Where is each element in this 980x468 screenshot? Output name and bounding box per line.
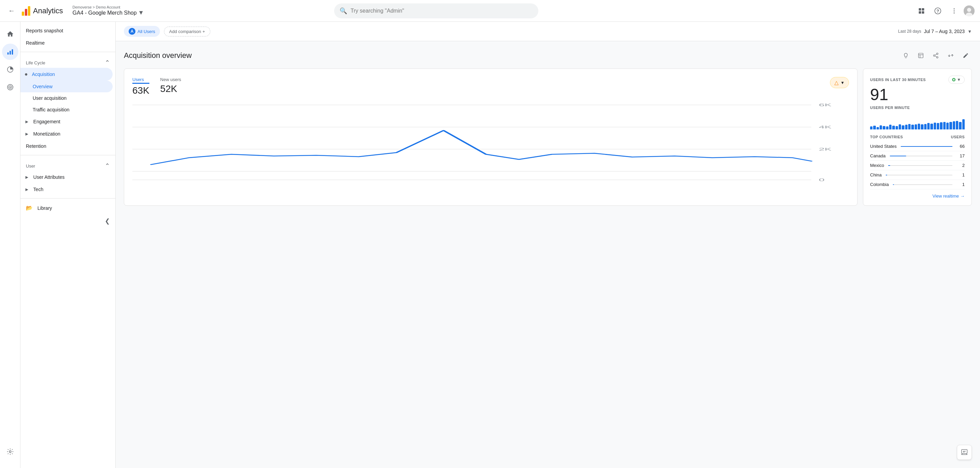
sidebar-collapse-icon: ❮: [105, 217, 110, 225]
bullet-icon: ●: [24, 71, 28, 77]
reports-icon-button[interactable]: [2, 61, 18, 78]
mini-bar-item: [943, 122, 946, 130]
warning-icon: △: [834, 79, 838, 86]
search-input[interactable]: [350, 8, 533, 14]
traffic-acquisition-label: Traffic acquisition: [33, 107, 69, 112]
svg-line-27: [935, 54, 937, 55]
mini-bar-item: [918, 124, 920, 130]
sidebar-divider-2: [21, 155, 115, 155]
sidebar-item-acquisition[interactable]: ● Acquisition: [21, 68, 113, 81]
user-acquisition-label: User acquisition: [33, 95, 67, 101]
country-users-us: 66: [956, 144, 965, 149]
mini-bar-item: [962, 119, 965, 129]
realtime-label: USERS IN LAST 30 MINUTES: [870, 78, 926, 82]
country-row-us: United States 66: [870, 142, 965, 151]
avatar[interactable]: [964, 5, 975, 16]
realtime-status[interactable]: ▼: [948, 76, 965, 84]
svg-point-24: [933, 55, 935, 56]
country-users-mx: 2: [956, 163, 965, 168]
library-label: Library: [37, 205, 52, 211]
sidebar-item-user-acquisition[interactable]: User acquisition: [21, 92, 113, 104]
share-icon: [933, 53, 939, 59]
grid-icon-button[interactable]: [915, 4, 928, 18]
line-chart-svg: 6K 4K 2K 0 09 Jul 16 23 30: [132, 102, 849, 183]
sidebar-collapse-button[interactable]: ❮: [21, 215, 115, 228]
view-realtime-link[interactable]: View realtime →: [870, 193, 965, 198]
date-label: Last 28 days: [898, 29, 921, 34]
account-info: Demoverse > Demo Account GA4 - Google Me…: [73, 5, 144, 16]
share-icon-button[interactable]: [930, 50, 942, 62]
retention-label: Retention: [26, 144, 46, 149]
chevron-down-icon: ▼: [138, 9, 144, 16]
mini-bar-item: [899, 124, 901, 129]
svg-rect-20: [918, 53, 923, 58]
section-title-row: Acquisition overview: [124, 50, 972, 62]
account-name[interactable]: GA4 - Google Merch Shop ▼: [73, 9, 144, 16]
collapse-icon: ⌃: [105, 59, 110, 66]
sidebar-item-monetization[interactable]: ► Monetization: [21, 128, 113, 140]
compare-icon-button[interactable]: [945, 50, 957, 62]
users-value: 63K: [132, 85, 150, 96]
sidebar-item-library[interactable]: 📂 Library: [21, 201, 113, 215]
section-actions: [900, 50, 972, 62]
sidebar-item-retention[interactable]: Retention: [21, 140, 113, 152]
sidebar-item-engagement[interactable]: ► Engagement: [21, 115, 113, 128]
lightbulb-icon: [903, 53, 909, 59]
help-icon-button[interactable]: ?: [931, 4, 945, 18]
mini-bar-item: [886, 126, 888, 129]
back-button[interactable]: ←: [5, 5, 18, 17]
mini-bar-item: [940, 122, 942, 129]
svg-rect-3: [922, 11, 924, 14]
logo-bar-1: [22, 11, 24, 16]
lifecycle-section[interactable]: Life Cycle ⌃: [21, 55, 115, 68]
mini-bar-item: [937, 123, 939, 129]
mini-bar-item: [870, 126, 872, 129]
help-icon: ?: [934, 8, 941, 14]
edit-icon-button[interactable]: [959, 50, 972, 62]
users-label[interactable]: Users: [132, 77, 150, 84]
sidebar-item-user-attributes[interactable]: ► User Attributes: [21, 171, 113, 183]
svg-line-26: [935, 56, 937, 57]
svg-point-10: [967, 8, 971, 12]
search-bar[interactable]: 🔍: [334, 3, 538, 18]
app-title: Analytics: [33, 6, 63, 15]
mini-bar-item: [927, 123, 930, 129]
country-bar-wrap-us: [901, 146, 953, 147]
svg-rect-14: [11, 50, 13, 55]
nav-actions: ?: [915, 4, 975, 18]
user-collapse-icon: ⌃: [105, 162, 110, 169]
logo-bars: [22, 6, 30, 16]
arrow-right-icon: →: [960, 193, 965, 198]
more-icon-button[interactable]: [947, 4, 961, 18]
home-icon-button[interactable]: [2, 26, 18, 42]
section-title: Acquisition overview: [124, 51, 192, 60]
user-section[interactable]: User ⌃: [21, 158, 115, 171]
sidebar-item-realtime[interactable]: Realtime: [21, 37, 113, 49]
table-icon-button[interactable]: [915, 50, 927, 62]
date-range-selector[interactable]: Last 28 days Jul 7 – Aug 3, 2023 ▼: [898, 29, 972, 34]
chart-warning[interactable]: △ ▼: [830, 77, 849, 88]
sidebar-item-overview[interactable]: Overview: [21, 81, 113, 92]
add-comparison-button[interactable]: Add comparison +: [164, 27, 210, 37]
svg-text:16: 16: [391, 182, 402, 183]
users-col-label: USERS: [951, 135, 965, 139]
country-name-cn: China: [870, 173, 882, 177]
all-users-badge[interactable]: A All Users: [124, 26, 160, 37]
analytics-icon-button[interactable]: [2, 43, 18, 60]
mini-bar-item: [924, 124, 927, 129]
lightbulb-icon-button[interactable]: [900, 50, 912, 62]
svg-rect-2: [919, 11, 921, 14]
date-range-value: Jul 7 – Aug 3, 2023: [924, 29, 965, 34]
plus-icon: +: [202, 29, 205, 34]
sidebar-item-tech[interactable]: ► Tech: [21, 183, 113, 195]
sidebar-item-traffic-acquisition[interactable]: Traffic acquisition: [21, 104, 113, 115]
settings-icon-button[interactable]: [2, 444, 18, 460]
new-users-label[interactable]: New users: [160, 77, 181, 82]
sidebar-item-reports-snapshot[interactable]: Reports snapshot: [21, 24, 113, 37]
targeting-icon-button[interactable]: [2, 79, 18, 95]
svg-point-44: [953, 79, 955, 80]
feedback-button[interactable]: [957, 445, 972, 460]
country-bar-us: [901, 146, 953, 147]
mini-bar-item: [953, 121, 955, 129]
svg-text:0: 0: [819, 178, 824, 182]
